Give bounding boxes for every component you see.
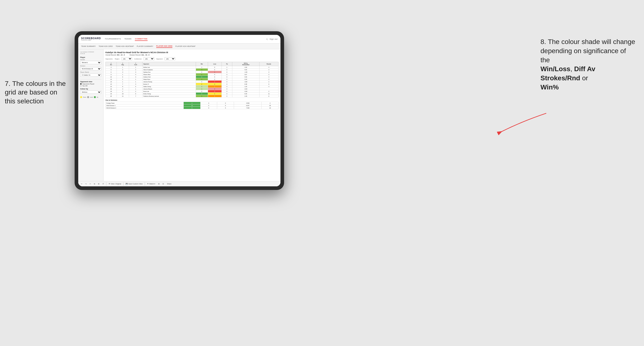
toolbar-divider1 bbox=[106, 182, 106, 186]
annotation-left: 7. The colours in the grid are based on … bbox=[5, 79, 68, 106]
annotation-left-text: 7. The colours in the grid are based on … bbox=[5, 80, 66, 105]
legend-dot-down bbox=[80, 96, 82, 98]
col-loss: Loss bbox=[208, 62, 222, 66]
division-record-label: Division Record: 331 - 34 - 6 bbox=[130, 54, 149, 56]
last-updated: Last Updated: 27/03/2024 16:55:38 bbox=[80, 51, 101, 55]
col-win: Win bbox=[196, 62, 208, 66]
col-conf: #Conf bbox=[129, 62, 142, 66]
annotation-right-text: 8. The colour shade will change dependin… bbox=[540, 38, 635, 64]
subnav-team-h2h-grid[interactable]: TEAM H2H GRID bbox=[99, 45, 113, 48]
subnav-player-h2h-heatmap[interactable]: PLAYER H2H HEATMAP bbox=[175, 45, 196, 48]
col-rounds: Rounds bbox=[259, 62, 278, 66]
table-row: 1631 Jessica Mason 1 2 0 -0.94 bbox=[106, 88, 278, 90]
share-button[interactable]: Share bbox=[166, 182, 172, 185]
table-row: 1474 Eunice Yi 2 2 0 0.38 9 bbox=[106, 83, 278, 85]
player-rank-select[interactable]: 8. Katelyn Vo bbox=[80, 73, 101, 77]
table-row: NCAA Division 2 5 0 0 7.400 10 bbox=[106, 107, 278, 109]
arrow-right-icon bbox=[496, 109, 549, 138]
table-row: 914 Sharon Mun 1 0 0 3.67 3 bbox=[106, 73, 278, 76]
radio-opponents-played-dot bbox=[80, 83, 82, 85]
table-row: 311 Esther Lee 1 0 1 1.50 4 bbox=[106, 66, 278, 69]
table-row: NAIA Division 1 15 0 0 9.267 30 bbox=[106, 104, 278, 107]
nav-committee[interactable]: COMMITTEE bbox=[135, 37, 148, 41]
annotation-right-bold3: Win% bbox=[540, 83, 559, 91]
undo-button[interactable]: ↩ bbox=[80, 182, 83, 185]
paste-button[interactable]: ⊞ bbox=[97, 182, 100, 185]
gender-label: Gender bbox=[80, 59, 101, 60]
nav-separator: ⅈ | bbox=[266, 38, 268, 40]
table-row: 633 Sydney Kuo 0 1 0 -1.00 3 bbox=[106, 71, 278, 73]
view-original-label: View: Original bbox=[111, 183, 121, 185]
opponent-filter-select[interactable]: (All) bbox=[164, 57, 175, 60]
opponents-filter-label: Opponents: bbox=[106, 58, 113, 60]
content-area: Last Updated: 27/03/2024 16:55:38 Player… bbox=[78, 49, 280, 181]
radio-top100[interactable]: Top 100 bbox=[80, 85, 101, 87]
redo-button[interactable]: ↪ bbox=[84, 182, 88, 185]
radio-opponents-played[interactable]: Opponents Played bbox=[80, 83, 101, 85]
table-row: 1063 Andrea York 2 0 0 4.00 4 bbox=[106, 76, 278, 78]
legend-dot-level bbox=[87, 96, 89, 98]
view-original-button[interactable]: 👁 View: Original bbox=[108, 182, 122, 185]
opponent-filter-label: Opponent bbox=[156, 58, 162, 60]
data-table: #Div #Reg #Conf Opponent Win Loss Tie Di… bbox=[106, 62, 278, 97]
save-custom-label: Save Custom View bbox=[128, 183, 142, 185]
division-select[interactable]: NCAA Division III bbox=[80, 67, 101, 70]
conference-filter-select[interactable]: (All) bbox=[144, 57, 154, 60]
watch-label: Watch bbox=[149, 183, 154, 185]
colour-by-title: Colour by bbox=[80, 88, 101, 90]
subnav-player-summary[interactable]: PLAYER SUMMARY bbox=[137, 45, 153, 48]
watch-button[interactable]: 👁 Watch ▾ bbox=[146, 182, 156, 185]
subnav-team-summary[interactable]: TEAM SUMMARY bbox=[81, 45, 96, 48]
col-reg: #Reg bbox=[116, 62, 129, 66]
col-diff: Diff AvStrokes/Rnd bbox=[232, 62, 259, 66]
clock-button[interactable]: ⏱ bbox=[102, 182, 105, 185]
annotation-right-bold1: Win/Loss bbox=[540, 65, 570, 73]
player-section-title: Player bbox=[80, 56, 101, 58]
view-icon: 👁 bbox=[108, 183, 110, 185]
region-filter-select[interactable]: (All) bbox=[121, 57, 132, 60]
table-row: Foreign Team 1 0 0 4.500 2 bbox=[106, 102, 278, 104]
colour-by-select[interactable]: Win/loss bbox=[80, 90, 101, 94]
subnav-player-h2h-grid[interactable]: PLAYER H2H GRID bbox=[156, 45, 172, 48]
table-row: 522 Alexis Sudjianto 1 0 0 4.00 3 bbox=[106, 69, 278, 71]
conference-filter-label: Conference bbox=[134, 58, 142, 60]
table-row: 1585 Stella Cheng 1 1 0 1.25 4 bbox=[106, 85, 278, 88]
nav-bar: SCOREBOARD Powered by clippd TOURNAMENTS… bbox=[78, 35, 280, 43]
main-content: Katelyn Vo Head-to-Head Grid for Women's… bbox=[104, 49, 280, 181]
region-filter-label: Region bbox=[115, 58, 120, 60]
annotation-right-connector: or bbox=[582, 74, 588, 82]
back-button[interactable]: ↩ bbox=[89, 182, 92, 185]
bottom-toolbar: ↩ ↪ ↩ ⧉ ⊞ ⏱ 👁 View: Original 💾 Save Cust… bbox=[78, 181, 280, 186]
table-row: 20117 Federica Domecq Lacroze 2 1 0 1.33… bbox=[106, 95, 278, 97]
divider1 bbox=[80, 79, 101, 79]
watch-icon: 👁 bbox=[147, 183, 149, 185]
tablet-screen: SCOREBOARD Powered by clippd TOURNAMENTS… bbox=[78, 35, 280, 186]
nav-tournaments[interactable]: TOURNAMENTS bbox=[105, 37, 121, 41]
subnav-team-h2h-heatmap[interactable]: TEAM H2H HEATMAP bbox=[116, 45, 134, 48]
left-panel: Last Updated: 27/03/2024 16:55:38 Player… bbox=[78, 49, 104, 181]
table-row: 1311 Heejo Hyun 1 0 0 3.33 3 bbox=[106, 78, 278, 81]
grid-button[interactable]: ⊟ bbox=[162, 182, 165, 185]
record-row: Overall Record: 353 - 34 - 6 Division Re… bbox=[106, 54, 278, 56]
legend-row: Down Level Up bbox=[80, 96, 101, 98]
logo-area: SCOREBOARD Powered by clippd bbox=[81, 37, 101, 41]
legend-dot-up bbox=[94, 96, 96, 98]
gender-select[interactable]: Women's bbox=[80, 61, 101, 64]
grid-title: Katelyn Vo Head-to-Head Grid for Women's… bbox=[106, 51, 278, 54]
share-label: Share bbox=[167, 183, 172, 185]
copy-button[interactable]: ⧉ bbox=[93, 182, 96, 185]
filter-row: Opponents: Region (All) Conference (All)… bbox=[106, 57, 278, 60]
sign-out-button[interactable]: Sign out bbox=[270, 37, 278, 41]
save-custom-button[interactable]: 💾 Save Custom View bbox=[125, 182, 143, 185]
radio-top100-dot bbox=[80, 85, 82, 87]
table-row: 19106 Emily Chang 4 1 0 0.30 11 bbox=[106, 93, 278, 95]
nav-teams[interactable]: TEAMS bbox=[124, 37, 132, 41]
col-div: #Div bbox=[106, 62, 117, 66]
radio-opponents-played-label: Opponents Played bbox=[82, 83, 94, 85]
layout-button[interactable]: ⊞ bbox=[158, 182, 160, 185]
sub-nav: TEAM SUMMARY TEAM H2H GRID TEAM H2H HEAT… bbox=[78, 43, 280, 49]
toolbar-divider3 bbox=[145, 182, 145, 186]
player-rank-label: Player (Rank) bbox=[80, 71, 101, 73]
table-row: 1822 Euna Lee 0 2 0 -5.00 2 bbox=[106, 90, 278, 93]
division-label: Division bbox=[80, 65, 101, 67]
